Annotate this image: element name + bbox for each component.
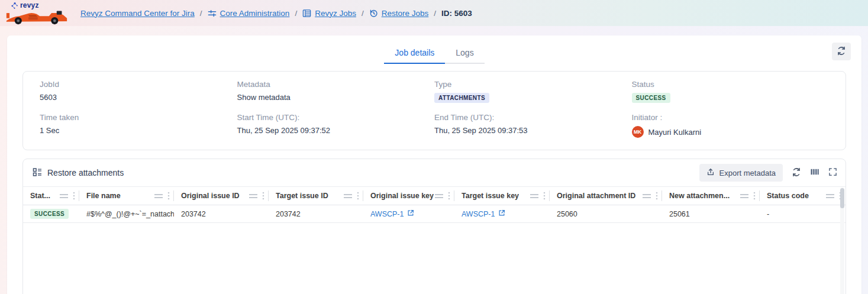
expand-icon [828,167,837,178]
column-drag-handle-icon[interactable] [826,194,834,198]
export-label: Export metadata [719,169,776,177]
column-drag-handle-icon[interactable] [60,194,68,198]
column-drag-handle-icon[interactable] [530,194,538,198]
field-status: Status SUCCESS [632,80,830,103]
revyz-logo[interactable]: revyz [4,1,76,25]
metadata-label: Metadata [237,80,435,89]
type-label: Type [434,80,632,89]
table-title-text: Restore attachments [47,168,124,177]
columns-icon [810,167,819,178]
breadcrumb-restore-jobs[interactable]: Restore Jobs [369,9,429,18]
export-metadata-button[interactable]: Export metadata [699,164,783,182]
field-type: Type ATTACHMENTS [434,80,632,103]
original-issue-key-link[interactable]: AWSCP-1 [370,210,404,218]
breadcrumb-separator: / [362,9,364,18]
cell-target-issue-key[interactable]: AWSCP-1 [454,205,550,222]
jobid-value: 5603 [40,93,237,102]
column-header-target-issue-key[interactable]: Target issue key [454,187,550,205]
main-card: Job details Logs JobId 5603 Metadata Sho… [7,35,861,294]
initiator-name: Mayuri Kulkarni [648,128,702,137]
column-menu-icon[interactable] [543,192,546,200]
cell-status-code: - [760,205,846,222]
tab-logs[interactable]: Logs [445,48,484,64]
initiator-label: Initiator : [632,113,830,122]
type-badge: ATTACHMENTS [434,93,489,103]
field-end-time: End Time (UTC): Thu, 25 Sep 2025 09:37:5… [434,113,632,138]
cell-original-issue-id: 203742 [174,205,269,222]
jobid-label: JobId [40,80,237,89]
app-header: revyz Revyz Command Center for Jira / Co… [0,0,868,26]
column-header-status-code[interactable]: Status code [760,187,846,205]
column-menu-icon[interactable] [753,192,756,200]
grid-list-icon [33,167,42,179]
cell-new-attachment-id: 25061 [662,205,760,222]
end-time-label: End Time (UTC): [434,113,632,122]
job-details-panel: JobId 5603 Metadata Show metadata Type A… [22,71,846,150]
show-metadata-toggle[interactable]: Show metadata [237,93,435,102]
breadcrumb-label: Restore Jobs [382,9,429,18]
column-drag-handle-icon[interactable] [154,194,163,198]
cell-original-attachment-id: 25060 [550,205,662,222]
column-menu-icon[interactable] [656,192,658,200]
start-time-value: Thu, 25 Sep 2025 09:37:52 [237,126,435,135]
status-label: Status [632,80,830,89]
breadcrumb: Revyz Command Center for Jira / Core Adm… [80,9,472,18]
column-menu-icon[interactable] [73,192,75,200]
external-link-icon [498,209,505,218]
breadcrumb-core-administration[interactable]: Core Administration [208,9,290,18]
table-header-row: Stat... File name Original issue ID Targ… [23,186,846,205]
cell-original-issue-key[interactable]: AWSCP-1 [363,205,454,222]
export-icon [706,167,715,178]
tab-job-details[interactable]: Job details [384,48,445,64]
table-refresh-button[interactable] [792,167,801,179]
time-taken-value: 1 Sec [40,126,237,135]
row-status-badge: SUCCESS [30,209,69,219]
logo-wordmark: revyz [20,1,39,9]
race-car-icon [6,9,67,25]
breadcrumb-label: Revyz Jobs [315,9,356,18]
column-header-target-issue-id[interactable]: Target issue ID [269,187,363,205]
table-scrollbar[interactable] [840,188,844,294]
time-taken-label: Time taken [40,113,237,122]
column-drag-handle-icon[interactable] [643,194,651,198]
list-icon [302,9,311,18]
breadcrumb-revyz-jobs[interactable]: Revyz Jobs [302,9,356,18]
column-drag-handle-icon[interactable] [344,194,352,198]
refresh-button[interactable] [832,43,851,60]
column-menu-icon[interactable] [262,192,264,200]
column-menu-icon[interactable] [167,192,170,200]
field-time-taken: Time taken 1 Sec [40,113,237,138]
start-time-label: Start Time (UTC): [237,113,435,122]
breadcrumb-job-id: ID: 5603 [441,9,472,18]
target-issue-key-link[interactable]: AWSCP-1 [462,210,495,218]
column-settings-button[interactable] [810,167,819,178]
status-badge: SUCCESS [632,93,670,103]
scrollbar-thumb[interactable] [840,188,844,208]
breadcrumb-command-center[interactable]: Revyz Command Center for Jira [80,9,195,18]
column-header-original-issue-id[interactable]: Original issue ID [174,187,269,205]
field-metadata: Metadata Show metadata [237,80,435,103]
cell-file-name: #$%^@_()!@+~`=_nattachmen [79,205,174,222]
table-title: Restore attachments [33,167,124,179]
initiator-avatar: MK [632,126,644,138]
column-header-status[interactable]: Stat... [23,187,79,205]
column-drag-handle-icon[interactable] [435,194,443,198]
field-start-time: Start Time (UTC): Thu, 25 Sep 2025 09:37… [237,113,435,138]
column-header-original-attachment-id[interactable]: Original attachment ID [550,187,662,205]
restore-attachments-panel: Restore attachments Export metadata [22,159,846,294]
column-drag-handle-icon[interactable] [249,194,257,198]
refresh-icon [792,167,801,179]
column-header-new-attachment-id[interactable]: New attachmen... [662,187,760,205]
breadcrumb-separator: / [200,9,202,18]
column-menu-icon[interactable] [448,192,450,200]
column-header-original-issue-key[interactable]: Original issue key [363,187,454,205]
molecule-icon [11,2,18,9]
breadcrumb-separator: / [434,9,436,18]
column-drag-handle-icon[interactable] [740,194,748,198]
fullscreen-button[interactable] [828,167,837,178]
column-menu-icon[interactable] [357,192,359,200]
tab-bar: Job details Logs [7,35,861,64]
breadcrumb-separator: / [295,9,297,18]
table-empty-area [23,223,846,294]
column-header-file-name[interactable]: File name [79,187,174,205]
